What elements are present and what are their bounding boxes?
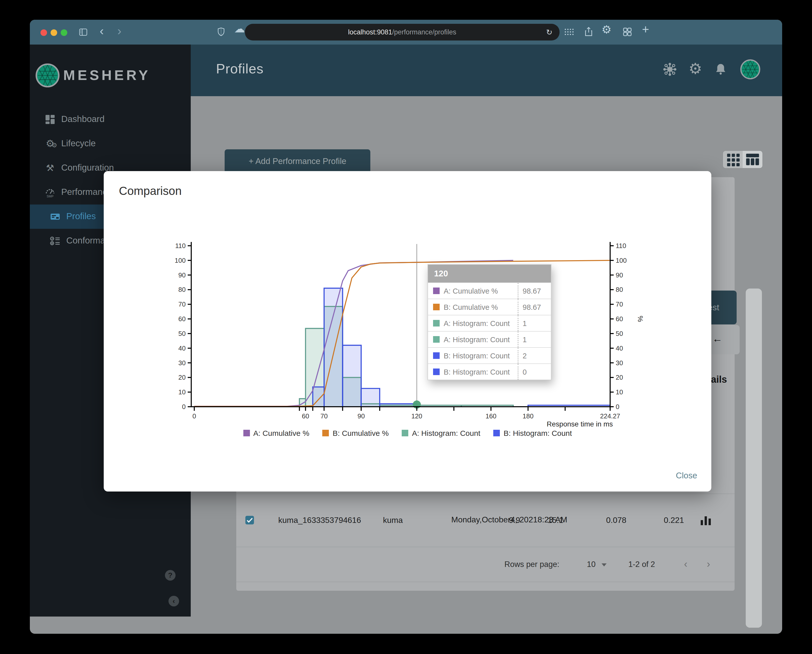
comparison-chart: 0010102020303040405050606070708080909010… [172,238,647,430]
rows-per-page-value[interactable]: 10 [587,560,596,569]
back-icon[interactable]: ‹ [100,24,104,38]
series-swatch [433,287,440,294]
shield-icon[interactable] [216,27,226,37]
svg-text:80: 80 [179,286,186,293]
cell-duration: 15.1 [535,494,576,547]
dashboard-icon [44,114,56,125]
meshery-logo-icon [35,63,60,87]
svg-text:70: 70 [616,300,623,308]
previous-page-icon[interactable]: ‹ [684,559,687,569]
svg-text:90: 90 [357,412,365,420]
user-avatar[interactable] [740,59,760,79]
close-window-button[interactable] [40,29,47,36]
sidebar-toggle-icon[interactable] [78,28,88,37]
svg-text:10: 10 [616,388,623,396]
next-page-icon[interactable]: › [707,559,710,569]
svg-text:30: 30 [179,359,186,367]
minimize-window-button[interactable] [50,29,57,36]
svg-text:80: 80 [616,286,623,293]
table-pagination: Rows per page: 10 1-2 of 2 ‹ › [236,558,734,572]
svg-text:90: 90 [179,271,186,279]
screen: ‹ › ☁ localhost:9081/performance/profile… [0,0,812,654]
close-button[interactable]: Close [676,471,697,480]
back-arrow-card[interactable]: ← [708,325,740,355]
series-swatch [433,368,440,375]
brand[interactable]: MESHERY [30,60,191,87]
svg-text:120: 120 [411,412,422,420]
cloud-icon[interactable]: ☁ [234,23,245,35]
svg-text:Response time in ms: Response time in ms [546,420,613,428]
chart-legend: A: Cumulative %B: Cumulative %A: Histogr… [104,429,711,437]
series-swatch [433,352,440,359]
lifecycle-icon: ⚙⚙ [44,138,56,149]
settings-gear-icon[interactable]: ⚙ [601,23,611,37]
browser-window: ‹ › ☁ localhost:9081/performance/profile… [30,20,782,634]
mesh-adapters-icon[interactable] [662,62,678,77]
svg-text:50: 50 [179,330,186,338]
reload-icon[interactable]: ↻ [546,24,553,40]
svg-text:%: % [636,316,644,322]
settings-gear-icon[interactable]: ⚙ [688,60,702,78]
url-bar[interactable]: localhost:9081/performance/profiles ↻ [245,24,560,40]
new-tab-icon[interactable]: + [642,22,649,37]
legend-label: B: Cumulative % [333,429,389,437]
svg-text:50: 50 [616,330,623,338]
sidebar-item-dashboard[interactable]: Dashboard [30,107,191,131]
tab-overview-icon[interactable] [622,27,632,37]
collapse-sidebar-button[interactable]: ‹ [168,596,179,607]
svg-text:0: 0 [192,412,196,420]
row-chart-icon[interactable] [698,494,713,547]
tooltip-row: B: Histogram: Count0 [428,364,551,380]
svg-text:0: 0 [182,403,186,411]
tooltip-row: B: Histogram: Count2 [428,347,551,364]
svg-text:70: 70 [321,412,328,420]
brand-name: MESHERY [63,67,151,84]
svg-text:40: 40 [179,344,186,352]
app-header: Profiles ⚙ [191,44,782,96]
tooltip-header: 120 [428,265,551,283]
table-divider [236,547,734,547]
tooltip-series-value: 2 [517,348,551,364]
sidebar-item-lifecycle[interactable]: ⚙⚙Lifecycle [30,131,191,156]
svg-text:160: 160 [485,412,496,420]
svg-text:180: 180 [523,412,534,420]
table-view-button[interactable] [743,151,762,168]
grid-view-button[interactable] [723,151,743,168]
notifications-bell-icon[interactable] [714,62,728,76]
svg-text:100: 100 [616,257,627,264]
legend-item[interactable]: A: Histogram: Count [402,429,480,437]
add-performance-profile-button[interactable]: + Add Performance Profile [224,149,370,173]
conformance-icon [50,235,61,246]
tooltip-row: A: Cumulative %98.67 [428,283,551,299]
chevron-down-icon[interactable] [601,563,607,567]
help-button[interactable]: ? [165,570,176,581]
tooltip-series-value: 98.67 [517,283,551,299]
scroll-strip[interactable] [746,289,762,628]
legend-label: A: Histogram: Count [412,429,480,437]
row-checkbox[interactable] [246,516,254,524]
forward-icon[interactable]: › [118,24,121,38]
tooltip-series-label: B: Cumulative % [444,303,517,311]
legend-item[interactable]: B: Histogram: Count [493,429,572,437]
modal-title: Comparison [119,184,182,198]
svg-text:30: 30 [616,359,623,367]
tooltip-row: B: Cumulative %98.67 [428,299,551,315]
maximize-window-button[interactable] [61,29,67,36]
share-icon[interactable] [583,26,594,37]
legend-swatch [243,430,250,436]
cell-mesh-name: kuma [383,494,403,547]
tooltip-series-value: 1 [517,315,551,331]
legend-item[interactable]: A: Cumulative % [243,429,309,437]
svg-text:SMP: SMP [47,195,53,198]
svg-text:110: 110 [616,242,626,249]
legend-item[interactable]: B: Cumulative % [322,429,389,437]
svg-text:224.27: 224.27 [600,412,620,420]
extensions-grid-icon[interactable] [564,27,574,37]
sidebar-item-label: Lifecycle [61,138,96,149]
table-row[interactable]: kuma_1633353794616 kuma Monday,October4,… [236,494,734,547]
svg-text:60: 60 [616,315,623,323]
svg-text:20: 20 [179,374,186,381]
svg-text:40: 40 [616,344,623,352]
series-swatch [433,320,440,327]
left-arrow-icon: ← [712,333,722,345]
